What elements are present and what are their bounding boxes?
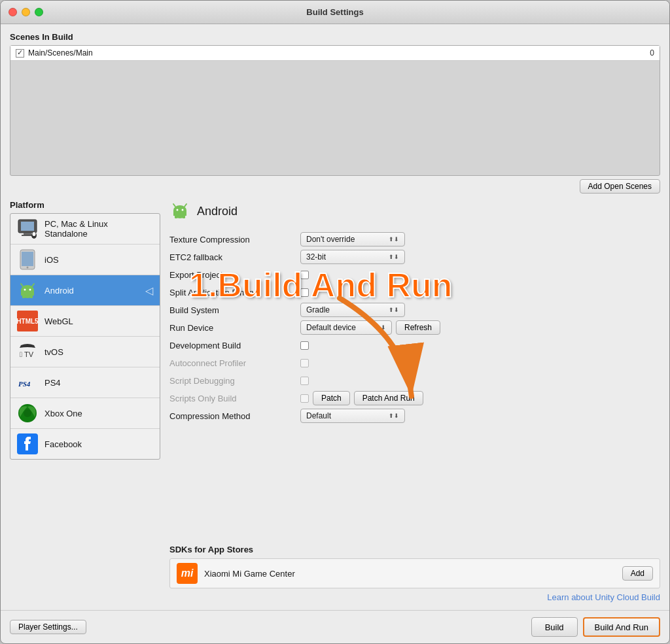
sidebar-item-ios[interactable]: iOS <box>10 245 160 275</box>
svg-point-27 <box>182 209 184 211</box>
svg-point-21 <box>24 409 31 417</box>
compression-method-dropdown[interactable]: Default ⬆⬇ <box>300 409 405 423</box>
close-button[interactable] <box>9 8 17 16</box>
patch-button[interactable]: Patch <box>313 391 350 405</box>
android-platform-name: Android <box>44 286 74 296</box>
android-platform-icon <box>169 200 190 223</box>
etc2-fallback-row: ETC2 fallback 32-bit ⬆⬇ <box>169 250 660 264</box>
svg-rect-2 <box>24 233 31 235</box>
svg-point-8 <box>27 267 29 269</box>
svg-rect-1 <box>21 222 34 231</box>
svg-rect-31 <box>183 215 185 218</box>
player-settings-button[interactable]: Player Settings... <box>10 620 86 634</box>
svg-text: TV:  TV <box>20 350 34 358</box>
texture-compression-control: Don't override ⬆⬇ <box>300 232 660 246</box>
scenes-box: Main/Scenes/Main 0 <box>10 45 660 176</box>
scripts-only-checkbox[interactable] <box>300 394 309 403</box>
refresh-button[interactable]: Refresh <box>396 320 440 335</box>
export-project-control <box>300 271 660 279</box>
scripts-only-row: Scripts Only Build Patch Patch And Run <box>169 391 660 405</box>
sidebar-item-facebook[interactable]: Facebook <box>10 429 160 459</box>
settings-grid: Texture Compression Don't override ⬆⬇ ET… <box>169 232 660 539</box>
facebook-icon <box>17 433 38 454</box>
ios-platform-name: iOS <box>44 255 59 265</box>
dropdown-arrow-icon3: ⬆⬇ <box>389 307 399 313</box>
ps4-platform-name: PS4 <box>44 378 61 388</box>
unity-selected-icon: ◁ <box>145 284 153 297</box>
platform-list: PC, Mac & Linux Standalone iOS <box>10 213 160 460</box>
pc-icon <box>17 218 38 239</box>
sidebar-item-pc[interactable]: PC, Mac & Linux Standalone <box>10 214 160 245</box>
dropdown-arrow-icon5: ⬆⬇ <box>389 413 399 419</box>
autoconnect-checkbox[interactable] <box>300 359 309 367</box>
run-device-control: Default device ⬆⬇ Refresh <box>300 320 660 335</box>
dev-build-checkbox[interactable] <box>300 341 309 350</box>
sdk-row-xiaomi: mi Xiaomi Mi Game Center Add <box>169 558 660 588</box>
tvos-icon:  TV <box>17 341 38 362</box>
dropdown-arrow-icon2: ⬆⬇ <box>389 254 399 260</box>
run-device-dropdown[interactable]: Default device ⬆⬇ <box>300 320 392 335</box>
autoconnect-label: Autoconnect Profiler <box>169 358 300 368</box>
dev-build-row: Development Build <box>169 338 660 352</box>
sidebar-item-tvos[interactable]:  TV tvOS <box>10 337 160 367</box>
scene-name: Main/Scenes/Main <box>28 48 646 58</box>
export-project-row: Export Project <box>169 267 660 282</box>
export-project-label: Export Project <box>169 270 300 280</box>
traffic-lights <box>9 8 43 16</box>
svg-line-29 <box>185 204 186 207</box>
texture-compression-dropdown[interactable]: Don't override ⬆⬇ <box>300 232 405 246</box>
title-bar: Build Settings <box>1 1 669 24</box>
patch-and-run-button[interactable]: Patch And Run <box>354 391 423 405</box>
minimize-button[interactable] <box>22 8 30 16</box>
scenes-label: Scenes In Build <box>10 32 660 42</box>
platform-label: Platform <box>10 200 160 210</box>
sidebar-item-webgl[interactable]: HTML5 WebGL <box>10 306 160 337</box>
etc2-fallback-dropdown[interactable]: 32-bit ⬆⬇ <box>300 250 405 264</box>
sdk-add-button[interactable]: Add <box>622 566 653 581</box>
platform-section: Platform <box>10 200 660 602</box>
build-and-run-button[interactable]: Build And Run <box>583 617 660 637</box>
ps4-icon: PS4 <box>17 372 38 393</box>
build-system-row: Build System Gradle ⬆⬇ <box>169 303 660 317</box>
webgl-platform-name: WebGL <box>44 316 73 326</box>
svg-rect-16 <box>22 295 25 298</box>
split-apk-control <box>300 288 660 297</box>
split-apk-checkbox[interactable] <box>300 288 309 297</box>
build-button[interactable]: Build <box>531 617 578 637</box>
compression-method-row: Compression Method Default ⬆⬇ <box>169 409 660 423</box>
maximize-button[interactable] <box>35 8 43 16</box>
scene-index: 0 <box>650 48 654 58</box>
bottom-right: Build Build And Run <box>531 617 660 637</box>
run-device-label: Run Device <box>169 323 300 333</box>
sidebar-item-ps4[interactable]: PS4 PS4 <box>10 367 160 398</box>
dev-build-control <box>300 341 660 350</box>
export-project-checkbox[interactable] <box>300 271 309 279</box>
facebook-platform-name: Facebook <box>44 439 82 449</box>
compression-method-label: Compression Method <box>169 411 300 421</box>
dropdown-arrow-icon4: ⬆⬇ <box>376 324 386 331</box>
script-debug-checkbox[interactable] <box>300 377 309 385</box>
sidebar-item-android[interactable]: Android ◁ <box>10 275 160 306</box>
add-open-scenes-button[interactable]: Add Open Scenes <box>580 179 660 194</box>
build-system-dropdown[interactable]: Gradle ⬆⬇ <box>300 303 405 317</box>
scene-item[interactable]: Main/Scenes/Main 0 <box>10 46 660 61</box>
dev-build-label: Development Build <box>169 341 300 350</box>
tvos-platform-name: tvOS <box>44 347 63 357</box>
etc2-fallback-label: ETC2 fallback <box>169 252 300 262</box>
scripts-only-control: Patch Patch And Run <box>300 391 660 405</box>
autoconnect-control <box>300 359 660 367</box>
script-debug-label: Script Debugging <box>169 376 300 386</box>
scripts-only-label: Scripts Only Build <box>169 394 300 403</box>
split-apk-label: Split Application Binary <box>169 288 300 297</box>
sdk-name-xiaomi: Xiaomi Mi Game Center <box>204 569 616 579</box>
svg-point-26 <box>177 209 179 211</box>
bottom-links: Learn about Unity Cloud Build <box>169 592 660 602</box>
sdks-label: SDKs for App Stores <box>169 545 660 554</box>
svg-rect-17 <box>30 295 33 298</box>
build-system-control: Gradle ⬆⬇ <box>300 303 660 317</box>
bottom-bar: Player Settings... Build Build And Run <box>1 610 669 643</box>
scene-checkbox[interactable] <box>16 49 24 58</box>
cloud-build-link[interactable]: Learn about Unity Cloud Build <box>547 592 660 602</box>
sdks-section: SDKs for App Stores mi Xiaomi Mi Game Ce… <box>169 545 660 588</box>
sidebar-item-xbox[interactable]: Xbox One <box>10 398 160 429</box>
